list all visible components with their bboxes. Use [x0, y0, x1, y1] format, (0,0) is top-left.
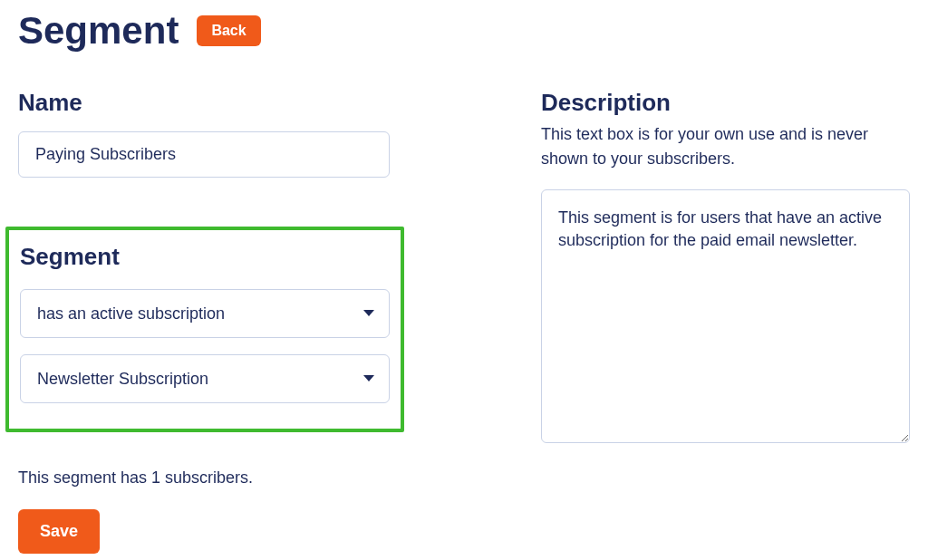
back-button[interactable]: Back: [197, 15, 260, 46]
segment-condition-select[interactable]: has an active subscription: [20, 289, 390, 338]
description-label: Description: [541, 89, 910, 117]
description-textarea[interactable]: [541, 189, 910, 443]
page-title: Segment: [18, 9, 179, 53]
segment-label: Segment: [20, 243, 390, 271]
description-help-text: This text box is for your own use and is…: [541, 122, 910, 171]
name-input[interactable]: [18, 131, 390, 178]
subscriber-count-text: This segment has 1 subscribers.: [18, 468, 405, 488]
segment-product-select[interactable]: Newsletter Subscription: [20, 354, 390, 403]
name-label: Name: [18, 89, 405, 117]
segment-highlight-box: Segment has an active subscription Newsl…: [5, 227, 404, 432]
save-button[interactable]: Save: [18, 509, 100, 554]
